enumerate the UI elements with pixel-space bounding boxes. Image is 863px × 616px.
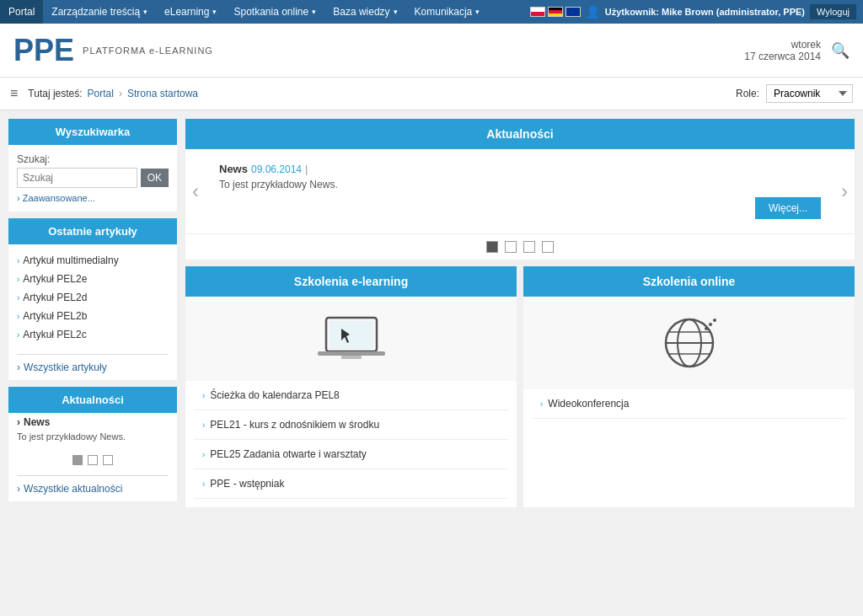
- elearning-links: ›Ścieżka do kalendarza PEL8 ›PEL21 - kur…: [185, 381, 517, 507]
- flag-en[interactable]: [566, 7, 581, 17]
- logout-button[interactable]: Wyloguj: [810, 4, 856, 19]
- search-label: Szukaj:: [17, 153, 169, 165]
- online-links: ›Wideokonferencja: [523, 389, 855, 427]
- nav-portal[interactable]: Portal: [0, 0, 43, 24]
- all-articles-link[interactable]: › Wszystkie artykuły: [8, 358, 177, 380]
- chevron-right-icon: ›: [17, 330, 19, 340]
- list-item[interactable]: ›Artykuł multimedialny: [17, 251, 169, 270]
- svg-rect-4: [341, 356, 362, 359]
- sidebar: Wyszukiwarka Szukaj: OK › Zaawansowane..…: [8, 119, 177, 507]
- carousel-next-button[interactable]: ›: [841, 179, 848, 203]
- breadcrumb-current: Strona startowa: [127, 88, 198, 99]
- elearning-icon-area: [185, 297, 517, 381]
- list-item[interactable]: ›Artykuł PEL2e: [17, 270, 169, 288]
- carousel-dots: [185, 233, 855, 260]
- svg-rect-3: [318, 351, 385, 356]
- wiecej-button[interactable]: Więcej...: [755, 197, 821, 219]
- chevron-right-icon: ›: [540, 399, 543, 409]
- dropdown-arrow: ▾: [312, 8, 316, 16]
- list-item[interactable]: ›Ścieżka do kalendarza PEL8: [194, 381, 508, 410]
- hamburger-menu-icon[interactable]: ≡: [10, 86, 18, 101]
- role-select[interactable]: Pracownik Administrator: [766, 84, 853, 103]
- search-content: Szukaj: OK › Zaawansowane...: [8, 145, 177, 212]
- content-area: Aktualności ‹ News 09.06.2014 | To jest …: [185, 119, 855, 507]
- user-icon: 👤: [586, 5, 600, 19]
- articles-list: ›Artykuł multimedialny ›Artykuł PEL2e ›A…: [8, 244, 177, 351]
- list-item[interactable]: ›PEL25 Zadania otwarte i warsztaty: [194, 440, 508, 469]
- advanced-search-link[interactable]: › Zaawansowane...: [17, 193, 169, 203]
- header-right: wtorek 17 czerwca 2014 🔍: [744, 39, 850, 62]
- search-icon-button[interactable]: 🔍: [831, 41, 850, 60]
- main-layout: Wyszukiwarka Szukaj: OK › Zaawansowane..…: [0, 110, 863, 516]
- articles-title: Ostatnie artykuły: [8, 218, 177, 244]
- nav-elearning[interactable]: eLearning▾: [156, 0, 225, 24]
- carousel-dot[interactable]: [486, 241, 498, 253]
- news-title-line: News 09.06.2014 |: [219, 163, 821, 175]
- nav-zarzadzanie[interactable]: Zarządzanie treścią▾: [43, 0, 156, 24]
- news-date: 09.06.2014: [251, 163, 302, 175]
- svg-rect-1: [330, 321, 373, 349]
- search-button[interactable]: OK: [141, 169, 169, 187]
- list-item[interactable]: ›Artykuł PEL2c: [17, 325, 169, 344]
- breadcrumb-separator: ›: [119, 88, 122, 99]
- dropdown-arrow: ▾: [143, 8, 147, 16]
- sidebar-dot-pagination: [8, 448, 177, 472]
- carousel-prev-button[interactable]: ‹: [192, 179, 199, 203]
- pagination-dot[interactable]: [88, 455, 98, 465]
- dropdown-arrow: ▾: [212, 8, 217, 16]
- news-title: Aktualności: [8, 387, 177, 413]
- chevron-right-icon: ›: [17, 312, 19, 321]
- breadcrumb-portal-link[interactable]: Portal: [88, 88, 114, 99]
- carousel-dot[interactable]: [523, 241, 535, 253]
- news-body-text: To jest przykładowy News.: [219, 179, 821, 190]
- globe-icon: [660, 313, 719, 372]
- news-sep: |: [305, 163, 308, 175]
- list-item[interactable]: ›Artykuł PEL2b: [17, 307, 169, 325]
- chevron-right-icon: ›: [202, 391, 205, 400]
- news-title: News: [219, 163, 248, 175]
- nav-komunikacja[interactable]: Komunikacja▾: [406, 0, 489, 24]
- logo-area: PPE PLATFORMA e-LEARNING: [13, 35, 213, 66]
- all-news-link[interactable]: › Wszystkie aktualności: [8, 479, 177, 501]
- page-header: PPE PLATFORMA e-LEARNING wtorek 17 czerw…: [0, 24, 863, 78]
- list-item[interactable]: ›Wideokonferencja: [532, 389, 846, 419]
- list-item[interactable]: ›PEL21 - kurs z odnośnikiem w środku: [194, 410, 508, 440]
- nav-baza[interactable]: Baza wiedzy▾: [324, 0, 405, 24]
- svg-point-12: [713, 319, 716, 322]
- dropdown-arrow: ▾: [475, 8, 480, 16]
- chevron-right-icon: ›: [17, 483, 20, 495]
- online-panel: Szkolenia online ›Wideok: [523, 266, 855, 507]
- pagination-dot[interactable]: [103, 455, 113, 465]
- breadcrumb-left: ≡ Tutaj jesteś: Portal › Strona startowa: [10, 86, 198, 101]
- chevron-right-icon: ›: [202, 450, 205, 459]
- logo-subtitle: PLATFORMA e-LEARNING: [83, 46, 213, 56]
- elearning-panel-title: Szkolenia e-learning: [185, 266, 517, 297]
- chevron-right-icon: ›: [17, 256, 19, 265]
- svg-point-11: [709, 323, 712, 326]
- user-info: Użytkownik: Mike Brown (administrator, P…: [605, 7, 805, 17]
- list-item[interactable]: ›Artykuł PEL2d: [17, 288, 169, 307]
- news-item-body: To jest przykładowy News.: [8, 430, 177, 448]
- breadcrumb-prefix: Tutaj jesteś:: [28, 88, 82, 99]
- flag-pl[interactable]: [530, 7, 545, 17]
- chevron-right-icon: ›: [17, 416, 20, 428]
- search-row: OK: [17, 168, 169, 188]
- pagination-dot[interactable]: [72, 455, 83, 465]
- news-item-title: › News: [8, 413, 177, 430]
- carousel-dot[interactable]: [505, 241, 517, 253]
- chevron-right-icon: ›: [202, 420, 205, 430]
- search-input[interactable]: [17, 168, 137, 188]
- chevron-right-icon: ›: [17, 293, 19, 303]
- chevron-right-icon: ›: [17, 193, 20, 203]
- search-section: Wyszukiwarka Szukaj: OK › Zaawansowane..…: [8, 119, 177, 212]
- breadcrumb-bar: ≡ Tutaj jesteś: Portal › Strona startowa…: [0, 78, 863, 110]
- flag-de[interactable]: [548, 7, 563, 17]
- list-item[interactable]: ›PPE - wstępniak: [194, 469, 508, 499]
- carousel-dot[interactable]: [542, 241, 554, 253]
- nav-right: 👤 Użytkownik: Mike Brown (administrator,…: [523, 4, 863, 19]
- nav-spotkania[interactable]: Spotkania online▾: [225, 0, 324, 24]
- two-panels: Szkolenia e-learning ›Ścieżka do kalenda…: [185, 266, 855, 507]
- breadcrumb-right: Role: Pracownik Administrator: [736, 84, 853, 103]
- divider: [17, 354, 169, 355]
- role-label: Role:: [736, 88, 759, 99]
